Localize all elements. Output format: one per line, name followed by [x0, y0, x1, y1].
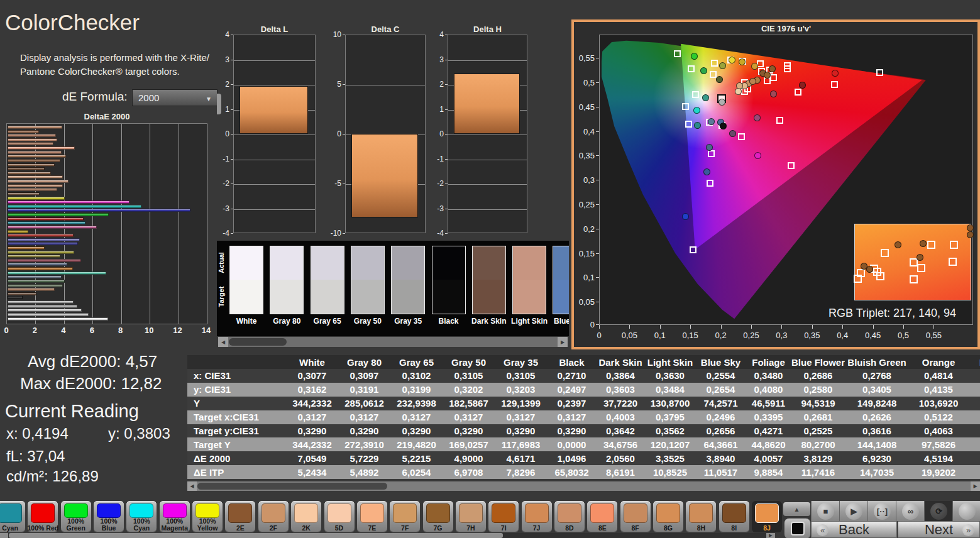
swatch-scrollbar-thumb[interactable] — [229, 338, 287, 346]
table-cell: 144,1408 — [845, 439, 909, 450]
deltae-bar — [8, 172, 51, 175]
patch-button-8g[interactable]: 8G — [653, 501, 683, 532]
patch-button-7h[interactable]: 7H — [456, 501, 486, 532]
cie-y-tick-label: 0,1 — [572, 273, 595, 282]
table-cell: 0,3290 — [495, 425, 547, 436]
patch-button-7g[interactable]: 7G — [423, 501, 453, 532]
color-swatch[interactable] — [432, 246, 466, 314]
color-swatch[interactable] — [351, 246, 385, 314]
cie-target-square — [688, 65, 695, 72]
cie-target-square — [770, 74, 777, 81]
patch-scrollbar-thumb[interactable] — [9, 533, 503, 538]
scroll-left-icon[interactable] — [0, 533, 8, 538]
chevron-up-icon: ▲ — [794, 506, 800, 513]
back-button[interactable]: « Back — [811, 521, 897, 538]
stop-pattern-button[interactable] — [784, 518, 811, 538]
patch-button-7j[interactable]: 7J — [522, 501, 552, 532]
patch-button-2e[interactable]: 2E — [225, 501, 255, 532]
tick-mark — [596, 107, 599, 107]
step-button[interactable]: [··] — [867, 501, 896, 521]
patch-button-100-green[interactable]: 100%Green — [61, 501, 91, 532]
patch-button-100red[interactable]: 100% Red — [28, 501, 58, 532]
delta-chart-title: Delta H — [448, 25, 527, 34]
table-cell: 65,8032 — [547, 467, 597, 478]
delta-tick-label: -1 — [425, 155, 444, 163]
deltae-chart-title: DeltaE 2000 — [6, 112, 207, 121]
tick-mark — [596, 82, 599, 83]
scroll-right-icon[interactable]: ▶ — [971, 481, 980, 491]
cie-y-tick-label: 0,5 — [572, 78, 595, 87]
patch-button-cyan[interactable]: Cyan — [0, 501, 25, 532]
blank-button[interactable] — [952, 501, 980, 521]
patch-button-5d[interactable]: 5D — [324, 501, 355, 532]
table-cell: 5,4892 — [338, 467, 390, 478]
page-title: ColorChecker — [5, 10, 140, 35]
patch-button-100-yellow[interactable]: 100%Yellow — [192, 501, 223, 532]
color-swatch[interactable] — [553, 246, 569, 314]
de-formula-dropdown[interactable]: 2000 ▼ — [132, 89, 217, 106]
table-cell: 3,8129 — [791, 453, 845, 464]
patch-button-8h[interactable]: 8H — [686, 501, 716, 532]
scroll-left-icon[interactable]: ◀ — [187, 481, 197, 491]
patch-scrollbar[interactable]: ▶ — [0, 533, 775, 538]
inset-measured-point — [917, 254, 923, 261]
delta-tick-label: 0 — [322, 129, 341, 138]
patch-button-8i[interactable]: 8I — [719, 501, 749, 532]
patch-label: 7E — [356, 525, 388, 532]
color-swatch[interactable] — [512, 246, 546, 314]
loop-button[interactable]: ∞ — [896, 501, 925, 521]
patch-button-7f[interactable]: 7F — [390, 501, 420, 532]
patch-label: 100%Blue — [92, 518, 125, 532]
table-header-row: WhiteGray 80Gray 65Gray 50Gray 35BlackDa… — [187, 355, 980, 369]
patch-button-8e[interactable]: 8E — [587, 501, 617, 532]
patch-button-100-cyan[interactable]: 100%Cyan — [126, 501, 157, 532]
scroll-right-icon[interactable]: ▶ — [766, 533, 775, 538]
swatch-scrollbar[interactable]: ◀ ▶ — [218, 337, 568, 347]
table-cell: 0,2580 — [791, 384, 845, 395]
color-swatch[interactable] — [270, 246, 304, 314]
table-cell: 9,8854 — [746, 467, 791, 478]
patch-label: 8E — [586, 525, 619, 532]
cie-measured-point — [682, 213, 689, 220]
scroll-left-icon[interactable]: ◀ — [218, 337, 228, 347]
scroll-up-button[interactable]: ▲ — [783, 502, 810, 516]
patch-button-2f[interactable]: 2F — [258, 501, 289, 532]
stop-button[interactable]: ■ — [811, 501, 840, 521]
deltae-bar — [8, 200, 129, 204]
patch-button-100-blue[interactable]: 100%Blue — [94, 501, 124, 532]
cie-measured-point — [754, 152, 761, 159]
patch-label: 100% Red — [26, 525, 59, 532]
table-cell: 0,3203 — [495, 384, 547, 395]
deltae-bar — [8, 259, 81, 262]
patch-button-2k[interactable]: 2K — [291, 501, 321, 532]
color-swatch[interactable] — [229, 246, 263, 314]
color-swatch[interactable] — [311, 246, 344, 314]
patch-button-8f[interactable]: 8F — [620, 501, 651, 532]
deltae-chart — [6, 123, 207, 324]
table-scrollbar[interactable]: ◀ ▶ — [187, 481, 980, 491]
tick-mark — [596, 253, 599, 254]
next-button[interactable]: Next » — [898, 521, 980, 538]
table-cell: 97,5826 — [909, 439, 968, 450]
scroll-right-icon[interactable]: ▶ — [558, 337, 568, 347]
color-swatch[interactable] — [391, 246, 425, 314]
patch-button-7e[interactable]: 7E — [357, 501, 387, 532]
refresh-button[interactable]: ⟳ — [924, 501, 953, 521]
cie-measured-point — [729, 130, 736, 137]
patch-swatch — [689, 503, 713, 523]
table-cell: 0,3202 — [443, 384, 495, 395]
play-button[interactable]: ▶ — [839, 501, 868, 521]
patch-button-8j[interactable]: 8J — [752, 501, 782, 532]
deltae-bar — [8, 159, 60, 162]
patch-button-100-magenta[interactable]: 100%Magenta — [160, 501, 190, 532]
table-cell: 6,0254 — [390, 467, 443, 478]
color-swatch[interactable] — [472, 246, 506, 314]
patch-button-8d[interactable]: 8D — [554, 501, 585, 532]
deltae-bar — [8, 317, 108, 321]
swatch-actual — [513, 246, 546, 280]
table-cell: 80,2700 — [791, 439, 845, 450]
swatch-actual — [230, 246, 263, 280]
table-scrollbar-thumb[interactable] — [197, 483, 387, 490]
cie-measured-point — [700, 67, 707, 74]
patch-button-7i[interactable]: 7I — [488, 501, 519, 532]
